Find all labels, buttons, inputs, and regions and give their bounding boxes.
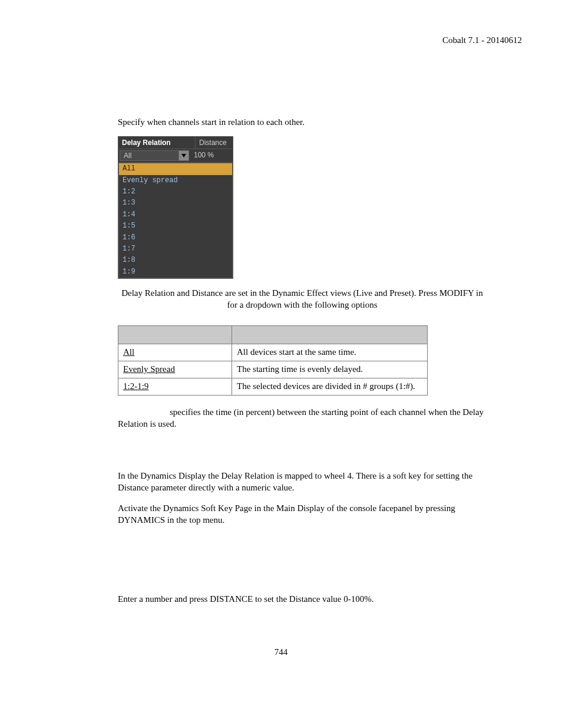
delay-relation-dropdown: All Evenly spread 1:2 1:3 1:4 1:5 1:6 1:… (118, 163, 233, 278)
page-header-product: Cobalt 7.1 - 20140612 (40, 35, 522, 45)
enter-paragraph: Enter a number and press DISTANCE to set… (118, 593, 487, 605)
term-cell: Evenly Spread (118, 361, 232, 378)
table-row: All All devices start at the same time. (118, 344, 428, 361)
chevron-down-icon (181, 154, 186, 157)
panel-header-distance: Distance (196, 137, 233, 149)
dropdown-option[interactable]: 1:6 (119, 232, 232, 243)
distance-value: 100 % (190, 149, 233, 162)
table-header-blank (118, 325, 232, 344)
dropdown-option[interactable]: 1:3 (119, 197, 232, 209)
document-page: Cobalt 7.1 - 20140612 Specify when chann… (0, 0, 562, 728)
dropdown-button[interactable] (178, 151, 189, 160)
desc-cell: All devices start at the same time. (232, 344, 428, 361)
table-header-blank (232, 325, 428, 344)
table-row: Evenly Spread The starting time is evenl… (118, 361, 428, 378)
dropdown-option[interactable]: 1:2 (119, 186, 232, 197)
term-cell: All (118, 344, 232, 361)
panel-caption: Delay Relation and Distance are set in t… (118, 287, 487, 311)
delay-relation-select-value: All (120, 151, 178, 160)
dynamics-paragraph-1: In the Dynamics Display the Delay Relati… (118, 470, 487, 494)
table-header-row (118, 325, 428, 344)
desc-cell: The starting time is evenly delayed. (232, 361, 428, 378)
delay-relation-select[interactable]: All (120, 150, 189, 161)
dropdown-option[interactable]: 1:7 (119, 243, 232, 255)
dropdown-option[interactable]: All (119, 163, 232, 174)
term-cell: 1:2-1:9 (118, 378, 232, 395)
dynamics-paragraph-2: Activate the Dynamics Soft Key Page in t… (118, 502, 487, 526)
panel-value-row: All 100 % (118, 149, 233, 163)
intro-paragraph: Specify when channels start in relation … (118, 116, 487, 128)
dropdown-option[interactable]: 1:4 (119, 209, 232, 220)
panel-header-delay-relation: Delay Relation (118, 137, 196, 149)
delay-relation-panel: Delay Relation Distance All 100 % All Ev… (118, 136, 233, 279)
desc-cell: The selected devices are divided in # gr… (232, 378, 428, 395)
page-number: 744 (0, 647, 562, 657)
dropdown-option[interactable]: Evenly spread (119, 175, 232, 186)
dropdown-option[interactable]: 1:9 (119, 266, 232, 278)
definitions-table: All All devices start at the same time. … (118, 325, 428, 396)
distance-paragraph: specifies the time (in percent) between … (118, 406, 487, 430)
panel-header-row: Delay Relation Distance (118, 137, 233, 149)
page-content: Specify when channels start in relation … (40, 116, 522, 605)
dropdown-option[interactable]: 1:5 (119, 220, 232, 232)
table-row: 1:2-1:9 The selected devices are divided… (118, 378, 428, 395)
dropdown-option[interactable]: 1:8 (119, 255, 232, 266)
